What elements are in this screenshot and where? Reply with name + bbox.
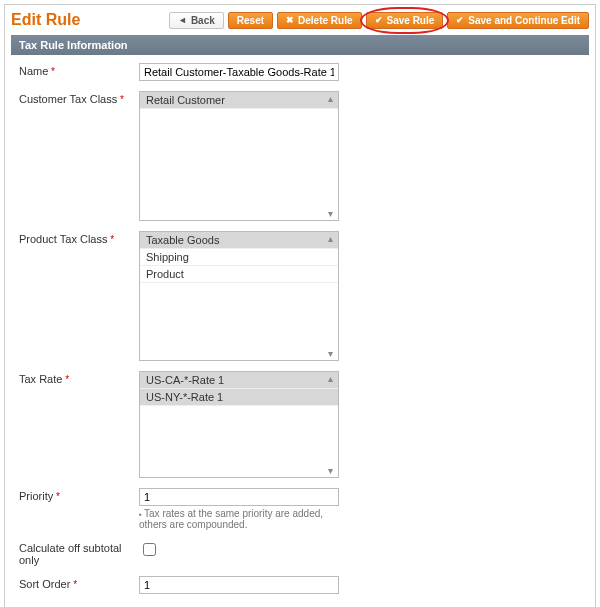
back-button-label: Back bbox=[191, 15, 215, 26]
save-continue-button[interactable]: ✔ Save and Continue Edit bbox=[447, 12, 589, 29]
select-option[interactable]: US-NY-*-Rate 1 bbox=[140, 389, 338, 406]
arrow-left-icon: ◄ bbox=[178, 16, 187, 25]
product-tax-class-select[interactable]: ▴ Taxable GoodsShippingProduct ▾ bbox=[139, 231, 339, 361]
row-product-tax-class: Product Tax Class ▴ Taxable GoodsShippin… bbox=[19, 231, 581, 361]
scroll-up-icon[interactable]: ▴ bbox=[324, 373, 336, 384]
page-title: Edit Rule bbox=[11, 11, 80, 29]
row-calc-subtotal: Calculate off subtotal only bbox=[19, 540, 581, 566]
reset-button-label: Reset bbox=[237, 15, 264, 26]
select-option[interactable]: Retail Customer bbox=[140, 92, 338, 109]
delete-icon: ✖ bbox=[286, 16, 294, 25]
tax-rate-select[interactable]: ▴ US-CA-*-Rate 1US-NY-*-Rate 1 ▾ bbox=[139, 371, 339, 478]
priority-note: Tax rates at the same priority are added… bbox=[139, 508, 339, 530]
scroll-up-icon[interactable]: ▴ bbox=[324, 93, 336, 104]
row-customer-tax-class: Customer Tax Class ▴ Retail Customer ▾ bbox=[19, 91, 581, 221]
select-option[interactable]: US-CA-*-Rate 1 bbox=[140, 372, 338, 389]
select-option[interactable]: Taxable Goods bbox=[140, 232, 338, 249]
reset-button[interactable]: Reset bbox=[228, 12, 273, 29]
tax-rule-form: Name Customer Tax Class ▴ Retail Custome… bbox=[11, 55, 589, 594]
priority-input[interactable] bbox=[139, 488, 339, 506]
label-product-tax-class: Product Tax Class bbox=[19, 231, 139, 245]
save-rule-button[interactable]: ✔ Save Rule bbox=[366, 12, 444, 29]
edit-rule-panel: Edit Rule ◄ Back Reset ✖ Delete Rule ✔ S… bbox=[4, 4, 596, 607]
name-input[interactable] bbox=[139, 63, 339, 81]
sort-order-input[interactable] bbox=[139, 576, 339, 594]
scroll-down-icon[interactable]: ▾ bbox=[324, 465, 336, 476]
customer-tax-class-select[interactable]: ▴ Retail Customer ▾ bbox=[139, 91, 339, 221]
back-button[interactable]: ◄ Back bbox=[169, 12, 224, 29]
check-icon: ✔ bbox=[375, 16, 383, 25]
select-option[interactable]: Product bbox=[140, 266, 338, 283]
scroll-down-icon[interactable]: ▾ bbox=[324, 208, 336, 219]
save-button-label: Save Rule bbox=[387, 15, 435, 26]
row-priority: Priority Tax rates at the same priority … bbox=[19, 488, 581, 530]
label-calc-subtotal: Calculate off subtotal only bbox=[19, 540, 139, 566]
calc-subtotal-checkbox[interactable] bbox=[143, 543, 156, 556]
toolbar: Edit Rule ◄ Back Reset ✖ Delete Rule ✔ S… bbox=[11, 11, 589, 29]
label-customer-tax-class: Customer Tax Class bbox=[19, 91, 139, 105]
check-icon: ✔ bbox=[456, 16, 464, 25]
label-name: Name bbox=[19, 63, 139, 77]
delete-button-label: Delete Rule bbox=[298, 15, 352, 26]
label-priority: Priority bbox=[19, 488, 139, 502]
label-sort-order: Sort Order bbox=[19, 576, 139, 590]
select-option[interactable]: Shipping bbox=[140, 249, 338, 266]
row-tax-rate: Tax Rate ▴ US-CA-*-Rate 1US-NY-*-Rate 1 … bbox=[19, 371, 581, 478]
label-tax-rate: Tax Rate bbox=[19, 371, 139, 385]
section-header: Tax Rule Information bbox=[11, 35, 589, 55]
save-continue-label: Save and Continue Edit bbox=[468, 15, 580, 26]
scroll-down-icon[interactable]: ▾ bbox=[324, 348, 336, 359]
scroll-up-icon[interactable]: ▴ bbox=[324, 233, 336, 244]
row-sort-order: Sort Order bbox=[19, 576, 581, 594]
row-name: Name bbox=[19, 63, 581, 81]
delete-rule-button[interactable]: ✖ Delete Rule bbox=[277, 12, 361, 29]
